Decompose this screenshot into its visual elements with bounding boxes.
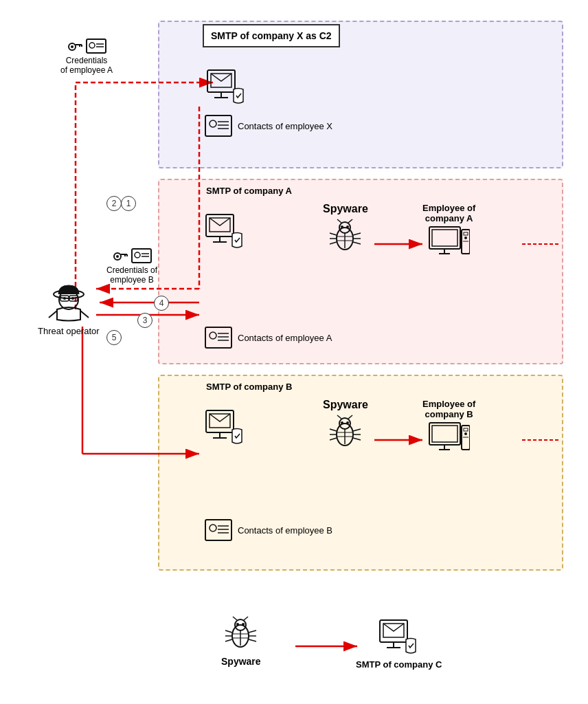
workstation-a-icon	[429, 226, 470, 261]
threat-operator: Threat operator	[38, 275, 100, 336]
svg-line-93	[330, 429, 337, 431]
server-a-icon	[205, 213, 246, 251]
credential-card-icon-b	[131, 248, 152, 263]
svg-point-30	[89, 43, 95, 48]
server-b-icon	[205, 409, 246, 447]
svg-line-60	[348, 219, 352, 223]
contacts-x-icon	[205, 115, 232, 137]
contacts-a-label: Contacts of employee A	[238, 333, 332, 343]
key-icon-b	[112, 248, 128, 264]
svg-point-39	[135, 252, 140, 258]
contacts-employee-a: Contacts of employee A	[205, 327, 332, 349]
svg-point-90	[346, 421, 349, 424]
svg-rect-102	[429, 423, 460, 445]
smtp-company-a-label: SMTP of company A	[206, 186, 292, 196]
smtp-b-text: SMTP of company B	[206, 382, 292, 392]
step-3: 3	[137, 313, 152, 328]
smtp-c-server: SMTP of company C	[356, 619, 442, 670]
svg-point-118	[242, 623, 245, 626]
svg-line-23	[80, 311, 89, 318]
svg-rect-71	[432, 230, 457, 246]
step-2: 2	[106, 196, 122, 211]
svg-rect-46	[205, 116, 231, 136]
svg-rect-70	[429, 227, 460, 249]
svg-point-17	[63, 297, 66, 300]
step-5: 5	[106, 330, 122, 345]
smtp-x-server	[206, 69, 247, 107]
svg-point-111	[210, 525, 216, 531]
svg-point-18	[71, 297, 74, 300]
svg-line-121	[225, 630, 232, 632]
svg-rect-107	[464, 428, 468, 431]
svg-rect-103	[432, 426, 457, 442]
key-icon	[67, 38, 83, 54]
svg-line-61	[330, 233, 337, 235]
bug-c-icon	[222, 615, 260, 653]
step-4: 4	[154, 296, 169, 311]
svg-line-126	[249, 639, 256, 641]
svg-rect-110	[205, 520, 231, 540]
smtp-company-b-label: SMTP of company B	[206, 382, 292, 392]
diagram: Threat operator Credentialsof employee A	[0, 0, 588, 704]
svg-line-98	[353, 438, 361, 440]
smtp-a-server	[205, 213, 246, 251]
svg-line-123	[225, 639, 232, 641]
contacts-x-label: Contacts of employee X	[238, 121, 332, 131]
contacts-employee-b: Contacts of employee B	[205, 519, 332, 541]
svg-line-96	[353, 429, 361, 431]
svg-point-57	[341, 226, 343, 228]
svg-point-34	[116, 255, 119, 258]
smtp-x-label: SMTP of company X as C2	[211, 30, 332, 41]
svg-line-64	[353, 233, 361, 235]
spyware-c: Spyware	[221, 615, 261, 667]
svg-point-108	[464, 432, 467, 435]
credentials-a-label: Credentialsof employee A	[60, 56, 113, 75]
svg-point-25	[71, 45, 74, 48]
spyware-a-label: Spyware	[323, 203, 368, 215]
svg-line-124	[249, 630, 256, 632]
svg-point-117	[236, 623, 239, 626]
svg-line-119	[233, 617, 237, 620]
workstation-b-icon	[429, 422, 470, 456]
svg-rect-75	[464, 232, 468, 235]
hacker-icon	[45, 275, 93, 323]
smtp-a-text: SMTP of company A	[206, 186, 292, 196]
contacts-b-icon	[205, 519, 232, 541]
svg-line-120	[244, 617, 248, 620]
bug-a-icon	[326, 218, 364, 256]
spyware-c-label: Spyware	[221, 656, 261, 667]
smtp-b-server	[205, 409, 246, 447]
svg-rect-78	[205, 327, 231, 348]
threat-operator-label: Threat operator	[38, 326, 100, 336]
spyware-b: Spyware	[323, 399, 368, 452]
svg-line-95	[330, 438, 337, 440]
svg-point-79	[210, 332, 216, 339]
credentials-employee-b: Credentials ofemployee B	[106, 248, 157, 285]
server-x-icon	[206, 69, 247, 107]
spyware-a: Spyware	[323, 203, 368, 256]
contacts-employee-x: Contacts of employee X	[205, 115, 332, 137]
svg-line-22	[49, 311, 57, 318]
step-1: 1	[121, 196, 136, 211]
employee-b-label: Employee ofcompany B	[422, 399, 475, 419]
credential-card-icon	[86, 38, 106, 54]
bug-b-icon	[326, 414, 364, 452]
server-c-icon	[378, 619, 420, 657]
contacts-a-icon	[205, 327, 232, 349]
svg-line-59	[337, 219, 341, 223]
svg-line-66	[353, 242, 361, 244]
smtp-company-x-box: SMTP of company X as C2	[203, 24, 340, 47]
svg-line-91	[337, 415, 341, 419]
employee-company-a: Employee ofcompany A	[422, 203, 475, 261]
smtp-c-label: SMTP of company C	[356, 659, 442, 670]
svg-point-58	[346, 226, 349, 228]
spyware-b-label: Spyware	[323, 399, 368, 411]
svg-point-47	[210, 120, 216, 127]
contacts-b-label: Contacts of employee B	[238, 525, 332, 536]
employee-a-label: Employee ofcompany A	[422, 203, 475, 223]
svg-point-76	[464, 236, 467, 239]
credentials-b-label: Credentials ofemployee B	[106, 265, 157, 285]
employee-company-b: Employee ofcompany B	[422, 399, 475, 456]
svg-line-63	[330, 242, 337, 244]
credentials-employee-a: Credentialsof employee A	[60, 38, 113, 75]
